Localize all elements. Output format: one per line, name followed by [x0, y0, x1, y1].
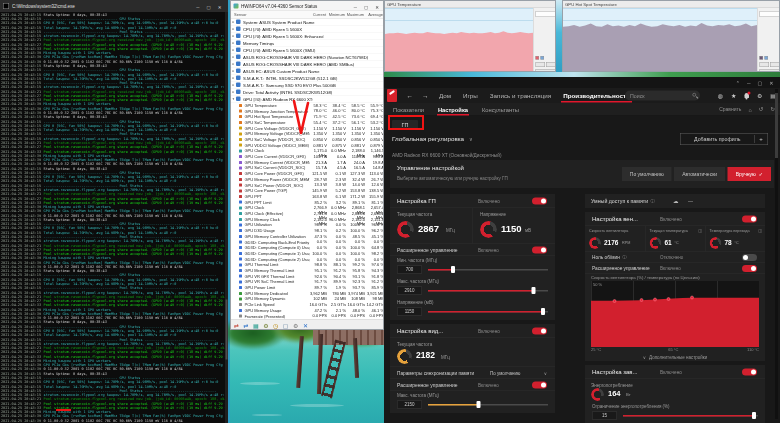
expand-chart-icon[interactable]: ◫ [698, 228, 702, 233]
minimize-button[interactable]: ─ [193, 5, 203, 10]
fan-curve-point[interactable] [613, 299, 617, 303]
vram-advanced-toggle[interactable] [532, 381, 547, 388]
radeon-titlebar[interactable]: ⌃─▢✕ [384, 77, 780, 88]
graph2-titlebar[interactable]: GPU Hot Spot Temperature [563, 1, 780, 8]
close-button[interactable]: ✕ [214, 5, 225, 10]
scrollbar-thumb[interactable] [775, 93, 778, 158]
legend-swatch[interactable] [765, 56, 769, 60]
star-icon[interactable]: ★ [731, 92, 736, 99]
tab-home[interactable]: Дом [433, 89, 457, 102]
sync-red-icon[interactable]: ⇄ [234, 322, 239, 328]
power-tuning-toggle[interactable] [742, 368, 757, 375]
close-button[interactable]: ✕ [766, 81, 777, 87]
device-tab-gpu[interactable]: ГП [392, 120, 418, 130]
fan-curve-point[interactable] [667, 297, 671, 301]
terminal-titlebar[interactable]: C:\Windows\system32\cmd.exe ─▢✕ [0, 0, 228, 12]
notifications-bell-icon[interactable] [744, 93, 749, 98]
legend-swatch[interactable] [536, 56, 540, 60]
maximize-button[interactable]: ▢ [754, 81, 766, 87]
compare-label[interactable]: Сравнить [719, 107, 741, 113]
tuning-mode-option[interactable]: Автоматически [674, 167, 725, 181]
col-sensor[interactable]: Sensor [234, 12, 247, 17]
close-sensors-icon[interactable]: ✕ [303, 322, 308, 328]
grid-view-icon[interactable]: ▦ [253, 322, 259, 328]
settings-gear-icon[interactable]: ⚙ [263, 322, 268, 328]
report-icon[interactable]: ▢ [283, 322, 289, 328]
config-gear-icon[interactable]: ⚙ [293, 322, 298, 328]
sensor-group-row[interactable]: ▸S.M.A.R.T.: INTEL SSDSC2KW512G8 (512.1 … [231, 75, 384, 82]
vram-tuning-toggle[interactable] [532, 327, 547, 334]
graph1-button-min[interactable] [536, 62, 546, 67]
graph2-button-min[interactable] [760, 62, 770, 67]
legend-swatch[interactable] [541, 56, 545, 60]
slider-value-input[interactable]: 2910 [397, 287, 422, 295]
graph2-button-max[interactable] [770, 62, 780, 67]
sensor-group-row[interactable]: ▸CPU [#0]: AMD Ryzen 5 5600X [231, 26, 384, 33]
close-button[interactable]: ✕ [372, 4, 383, 9]
scrollbar-thumb[interactable] [226, 300, 228, 360]
gpu-advanced-toggle[interactable] [532, 246, 547, 253]
slider-value-input[interactable]: 2150 [397, 401, 422, 409]
vram-timing-row[interactable]: Параметры синхронизации памяти По умолча… [390, 367, 555, 379]
slider-thumb[interactable] [532, 287, 536, 294]
graph1-button-close[interactable] [536, 69, 556, 72]
back-arrow-icon[interactable]: ← [402, 92, 418, 100]
settings-gear-icon[interactable]: ⚙ [757, 92, 762, 99]
fan-curve-point[interactable] [653, 298, 657, 302]
slider-control[interactable] [428, 308, 548, 316]
col-minimum[interactable]: Minimum [327, 12, 345, 17]
forward-arrow-icon[interactable]: → [418, 92, 434, 100]
fan-tuning-toggle[interactable] [742, 215, 757, 222]
sensor-group-row[interactable]: ▸Memory Timings [231, 40, 384, 47]
sensor-group-row[interactable]: ▸ASUS ROG CROSSHAIR VIII DARK HERO (AMD … [231, 61, 384, 68]
slider-value-input[interactable]: 15 [592, 412, 617, 420]
sensor-row[interactable]: Framerate (Presented)0.0 FPS0.0 FPS0.0 F… [231, 313, 384, 319]
slider-thumb[interactable] [541, 308, 545, 315]
expand-chart-icon[interactable]: ◫ [758, 228, 762, 233]
slider-value-input[interactable]: 1150 [397, 308, 422, 316]
maximize-button[interactable]: ▢ [360, 4, 371, 9]
tab-games[interactable]: Игры [457, 89, 484, 102]
legend-swatch[interactable] [760, 56, 764, 60]
smart-access-memory-row[interactable]: Умный доступ к памяти ⓘ ☁ — [585, 194, 765, 208]
terminal-output[interactable]: 2021-04-25 20:43:15Stats Uptime: 0 days,… [0, 12, 228, 423]
tab-streaming[interactable]: Запись и трансляция [484, 89, 557, 102]
slider-control[interactable] [428, 401, 548, 409]
tuning-mode-selected[interactable]: Вручную✓ [728, 167, 771, 181]
maximize-button[interactable]: ▢ [203, 5, 214, 10]
search-input[interactable] [625, 91, 700, 101]
sensor-group-row[interactable]: ▸ASUS EC: ASUS Custom Product Name [231, 68, 384, 75]
slider-control[interactable] [623, 412, 758, 420]
terminal-scrollbar[interactable] [225, 12, 228, 423]
slider-thumb[interactable] [451, 266, 455, 273]
clock-icon[interactable]: ◷ [273, 322, 278, 328]
graph1-titlebar[interactable]: GPU Temperature [385, 1, 556, 8]
graph2-button-close[interactable] [760, 69, 780, 72]
radeon-scrollbar[interactable] [775, 89, 778, 419]
col-maximum[interactable]: Maximum [346, 12, 364, 17]
slider-thumb[interactable] [752, 412, 756, 419]
scope-dropdown[interactable]: Глобальная регулировка ∨ [392, 135, 473, 142]
add-profile-button[interactable]: Добавить профиль + [680, 133, 768, 145]
sensor-group-row[interactable]: ▾GPU [#0]: AMD Radeon RX 6600 XT: [231, 96, 384, 103]
fan-advanced-toggle[interactable] [742, 265, 757, 272]
tuning-mode-option[interactable]: По умолчанию [622, 167, 672, 181]
undo-icon[interactable]: ↺ [759, 106, 764, 113]
pin-button[interactable]: ⌃ [732, 81, 743, 87]
web-icon[interactable]: ◍ [718, 92, 723, 99]
sensor-group-row[interactable]: ▸System: ASUS System Product Name [231, 19, 384, 26]
sensor-group-row[interactable]: ▸CPU [#0]: AMD Ryzen 5 5600X (SMU) [231, 47, 384, 54]
sensor-group-row[interactable]: ▸Drive: Total Activity (INTEL SSDSC2KW51… [231, 89, 384, 96]
slider-thumb[interactable] [476, 401, 480, 408]
fan-curve-point[interactable] [690, 296, 694, 300]
sensor-group-row[interactable]: ▸S.M.A.R.T.: Samsung SSD 970 EVO Plus 50… [231, 82, 384, 89]
slider-value-input[interactable]: 700 [397, 266, 422, 274]
zero-rpm-toggle[interactable] [742, 254, 757, 261]
subtab-advisors[interactable]: Консультанты [475, 104, 526, 115]
graph2-value-box[interactable] [760, 11, 780, 17]
fan-curve-chart[interactable]: 50 % [591, 281, 759, 347]
col-current[interactable]: Current [308, 12, 326, 17]
col-average[interactable]: Average [365, 12, 383, 17]
minimize-button[interactable]: ─ [350, 4, 360, 9]
more-settings-link[interactable]: ∨ Дополнительные настройки [585, 353, 765, 361]
